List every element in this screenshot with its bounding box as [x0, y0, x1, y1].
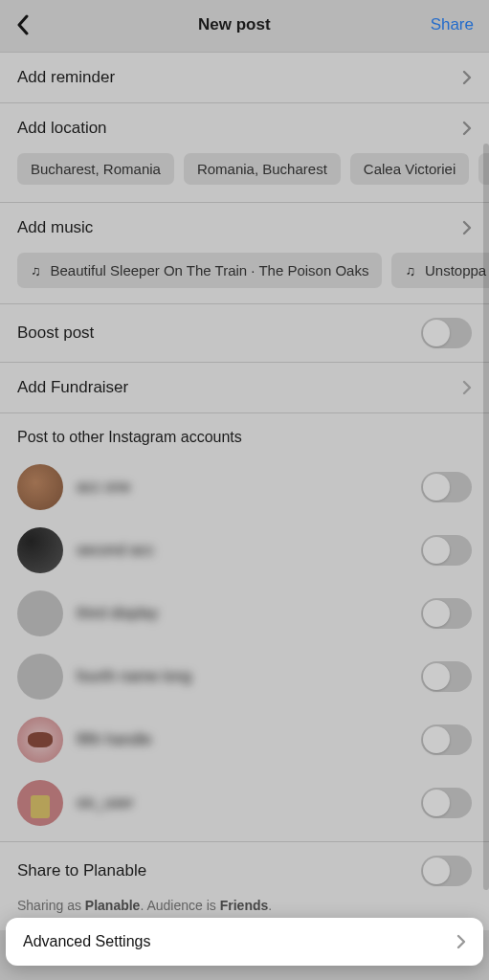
chevron-right-icon: [456, 934, 466, 949]
planable-note-app: Planable: [85, 898, 141, 913]
account-name: third display: [77, 605, 408, 622]
location-chip[interactable]: Bucharest, Romania: [17, 153, 174, 185]
boost-post-toggle[interactable]: [421, 318, 472, 348]
add-music-row[interactable]: Add music: [0, 203, 489, 253]
fundraiser-section: Add Fundraiser: [0, 362, 489, 413]
chevron-right-icon: [462, 380, 472, 395]
account-name: acc one: [77, 479, 408, 496]
music-chip-label: Beautiful Sleeper On The Train · The Poi…: [51, 262, 369, 278]
header: New post Share: [0, 0, 489, 52]
chevron-right-icon: [462, 70, 472, 85]
back-button[interactable]: [8, 10, 38, 40]
share-to-planable-toggle[interactable]: [421, 856, 472, 886]
add-location-label: Add location: [17, 119, 107, 138]
account-row: six_user: [0, 771, 489, 841]
music-chip-label: Unstoppa: [425, 262, 486, 278]
other-accounts-section: Post to other Instagram accounts acc one…: [0, 412, 489, 842]
music-note-icon: ♫: [405, 263, 415, 278]
avatar: [17, 780, 63, 826]
advanced-settings-row[interactable]: Advanced Settings: [6, 918, 483, 966]
music-note-icon: ♫: [31, 263, 41, 278]
avatar: [17, 654, 63, 700]
location-chip[interactable]: Romania, Bucharest: [184, 153, 341, 185]
avatar: [17, 527, 63, 573]
location-suggestions: Bucharest, Romania Romania, Bucharest Ca…: [0, 153, 489, 202]
add-fundraiser-label: Add Fundraiser: [17, 378, 128, 397]
account-toggle[interactable]: [421, 661, 472, 692]
boost-post-label: Boost post: [17, 323, 94, 343]
music-chip[interactable]: ♫ Beautiful Sleeper On The Train · The P…: [17, 253, 382, 288]
add-reminder-row[interactable]: Add reminder: [0, 53, 489, 102]
account-name: six_user: [77, 794, 408, 812]
account-row: acc one: [0, 456, 489, 519]
account-name: fourth name long: [77, 668, 408, 685]
account-row: third display: [0, 582, 489, 645]
planable-note-text: . Audience is: [140, 898, 219, 913]
avatar: [17, 464, 63, 510]
avatar: [17, 717, 63, 763]
account-toggle[interactable]: [421, 535, 472, 566]
planable-note-text: Sharing as: [17, 898, 85, 913]
add-fundraiser-row[interactable]: Add Fundraiser: [0, 363, 489, 412]
location-chip[interactable]: Calea Victoriei: [350, 153, 469, 185]
planable-note-audience: Friends: [220, 898, 269, 913]
advanced-settings-label: Advanced Settings: [23, 933, 150, 950]
account-toggle[interactable]: [421, 724, 472, 755]
share-to-planable-label: Share to Planable: [17, 861, 146, 880]
scrollbar[interactable]: [483, 144, 489, 890]
music-section: Add music ♫ Beautiful Sleeper On The Tra…: [0, 202, 489, 304]
add-music-label: Add music: [17, 218, 93, 237]
account-row: second acc: [0, 519, 489, 582]
share-button[interactable]: Share: [431, 15, 474, 34]
chevron-right-icon: [462, 220, 472, 235]
boost-post-row: Boost post: [0, 304, 489, 362]
boost-section: Boost post: [0, 303, 489, 363]
music-suggestions: ♫ Beautiful Sleeper On The Train · The P…: [0, 253, 489, 303]
chevron-right-icon: [462, 121, 472, 136]
add-location-row[interactable]: Add location: [0, 103, 489, 153]
account-name: fifth handle: [77, 731, 408, 748]
reminder-section: Add reminder: [0, 52, 489, 103]
account-toggle[interactable]: [421, 788, 472, 818]
add-reminder-label: Add reminder: [17, 68, 115, 87]
account-row: fifth handle: [0, 708, 489, 771]
planable-note-text: .: [268, 898, 272, 913]
avatar: [17, 590, 63, 636]
account-row: fourth name long: [0, 645, 489, 708]
account-toggle[interactable]: [421, 472, 472, 502]
share-to-planable-row: Share to Planable: [0, 842, 489, 892]
other-accounts-header: Post to other Instagram accounts: [0, 413, 489, 456]
page-title: New post: [198, 15, 271, 34]
music-chip[interactable]: ♫ Unstoppa: [391, 253, 489, 288]
chevron-left-icon: [16, 14, 30, 35]
account-toggle[interactable]: [421, 598, 472, 629]
account-name: second acc: [77, 542, 408, 559]
location-section: Add location Bucharest, Romania Romania,…: [0, 102, 489, 203]
